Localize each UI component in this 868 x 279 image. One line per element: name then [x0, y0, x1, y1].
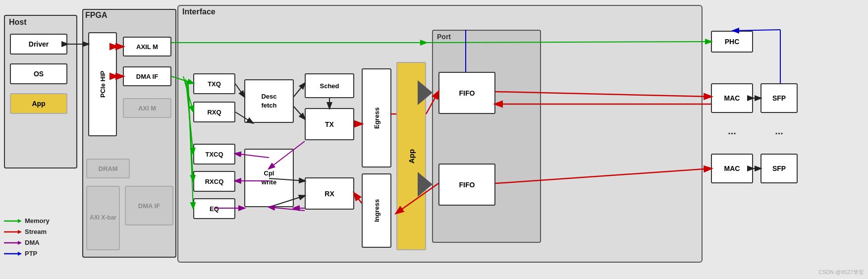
svg-marker-7 — [18, 252, 22, 256]
rxq-block: RXQ — [193, 102, 235, 122]
ptp-arrow-icon — [4, 250, 22, 257]
ptp-legend-label: PTP — [25, 250, 37, 257]
sfp-bottom-block: SFP — [760, 154, 798, 183]
ingress-block: Ingress — [362, 173, 391, 248]
sfp-top-block: SFP — [760, 83, 798, 113]
fpga-label: FPGA — [85, 11, 107, 20]
driver-block: Driver — [10, 34, 67, 55]
port-funnel-top — [418, 80, 433, 105]
tx-block: TX — [305, 108, 354, 140]
port-label: Port — [437, 33, 451, 41]
stream-arrow-icon — [4, 228, 22, 235]
txq-block: TXQ — [193, 73, 235, 94]
app-host-block: App — [10, 93, 67, 114]
egress-block: Egress — [362, 68, 391, 167]
dots-indicator: ··· — [711, 125, 753, 142]
legend: Memory Stream DMA PTP — [4, 217, 50, 257]
watermark: CSDN @9527华安 — [818, 269, 864, 276]
dma-arrow-icon — [4, 239, 22, 246]
desc-fetch-block: Descfetch — [244, 79, 294, 123]
memory-legend-label: Memory — [25, 217, 50, 224]
eq-block: EQ — [193, 198, 235, 219]
interface-label: Interface — [182, 7, 216, 16]
dma-if-bottom-block: DMA IF — [125, 186, 173, 225]
fifo-bottom-block: FIFO — [438, 164, 495, 206]
dma-legend-label: DMA — [25, 239, 40, 246]
memory-arrow-icon — [4, 218, 22, 224]
axi-xbar-block: AXI X-bar — [86, 186, 120, 250]
txcq-block: TXCQ — [193, 144, 235, 165]
legend-memory: Memory — [4, 217, 50, 224]
legend-stream: Stream — [4, 228, 50, 235]
legend-dma: DMA — [4, 239, 50, 246]
axi-m-block: AXI M — [123, 98, 171, 118]
os-block: OS — [10, 63, 67, 84]
dram-block: DRAM — [86, 159, 130, 178]
phc-block: PHC — [711, 31, 753, 53]
port-funnel-bottom — [418, 172, 433, 197]
sched-block: Sched — [305, 73, 354, 98]
dma-if-top-block: DMA IF — [123, 66, 171, 86]
rxcq-block: RXCQ — [193, 171, 235, 192]
cpl-write-block: Cplwrite — [244, 149, 294, 207]
svg-marker-1 — [18, 219, 22, 223]
svg-marker-5 — [18, 241, 22, 245]
stream-legend-label: Stream — [25, 228, 47, 235]
legend-ptp: PTP — [4, 250, 50, 257]
host-label: Host — [9, 18, 27, 27]
port-section — [432, 30, 541, 243]
diagram-container: Host Driver OS App FPGA PCIe HIP AXIL M … — [0, 0, 868, 279]
axil-m-block: AXIL M — [123, 37, 171, 56]
mac-top-block: MAC — [711, 83, 753, 113]
fifo-top-block: FIFO — [438, 72, 495, 114]
dots-indicator-right: ··· — [760, 125, 798, 142]
pcie-hip-block: PCIe HIP — [88, 32, 117, 136]
mac-bottom-block: MAC — [711, 154, 753, 183]
rx-block: RX — [305, 177, 354, 210]
svg-marker-3 — [18, 230, 22, 234]
